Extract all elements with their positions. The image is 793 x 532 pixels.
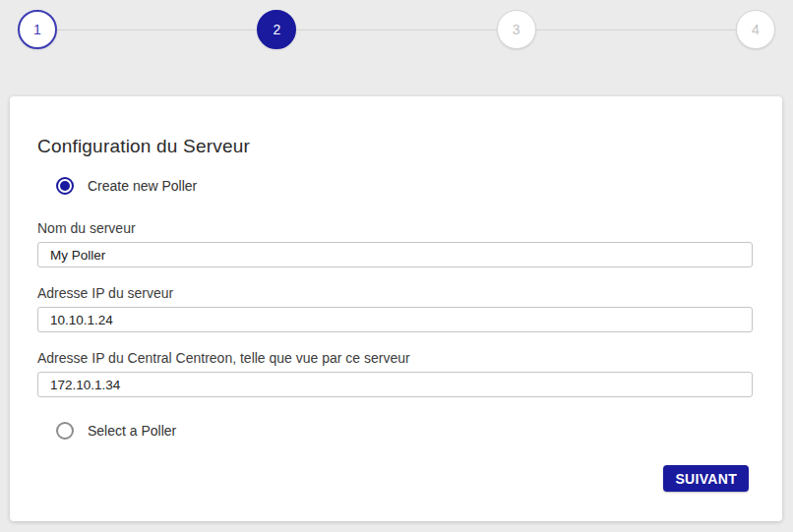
stepper-step-2[interactable]: 2 (257, 10, 296, 49)
select-a-poller-option[interactable]: Select a Poller (37, 422, 751, 440)
next-button[interactable]: SUIVANT (663, 465, 749, 492)
stepper-step-4[interactable]: 4 (736, 10, 775, 49)
select-a-poller-radio[interactable] (56, 422, 74, 440)
create-new-poller-radio[interactable] (56, 177, 74, 195)
wizard-stepper: 1 2 3 4 (0, 0, 793, 49)
server-name-label: Nom du serveur (37, 220, 751, 236)
page-title: Configuration du Serveur (37, 136, 751, 157)
central-ip-input[interactable] (37, 372, 753, 397)
stepper-step-3-number: 3 (513, 22, 520, 37)
stepper-step-2-number: 2 (273, 22, 280, 37)
stepper-step-3[interactable]: 3 (497, 10, 536, 49)
create-new-poller-option[interactable]: Create new Poller (37, 177, 751, 195)
select-a-poller-label[interactable]: Select a Poller (88, 423, 176, 439)
server-ip-input[interactable] (37, 307, 753, 332)
radio-selected-dot-icon (60, 181, 70, 191)
stepper-step-1[interactable]: 1 (18, 10, 57, 49)
create-new-poller-label[interactable]: Create new Poller (88, 178, 197, 194)
server-name-input[interactable] (37, 242, 753, 267)
server-ip-label: Adresse IP du serveur (37, 285, 751, 301)
central-ip-label: Adresse IP du Central Centreon, telle qu… (37, 350, 751, 366)
stepper-step-4-number: 4 (752, 22, 760, 37)
stepper-step-1-number: 1 (33, 22, 41, 37)
server-configuration-card: Configuration du Serveur Create new Poll… (10, 96, 782, 521)
